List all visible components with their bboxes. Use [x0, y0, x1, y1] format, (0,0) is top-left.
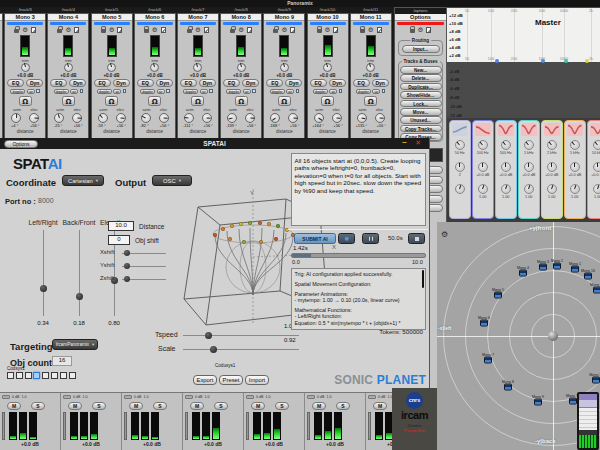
air-checkbox[interactable]: [209, 89, 213, 93]
mini-control[interactable]: [185, 395, 193, 400]
codsys-square[interactable]: [25, 372, 32, 379]
tracks-buses-button[interactable]: Unused...: [400, 116, 442, 124]
gear-icon[interactable]: ⚙: [368, 26, 374, 34]
elev-knob[interactable]: [245, 113, 255, 123]
eq-button[interactable]: EQ: [7, 79, 24, 87]
mini-control[interactable]: [246, 395, 254, 400]
object-dot[interactable]: [267, 222, 271, 226]
tracks-buses-button[interactable]: Show/Hide...: [400, 91, 442, 99]
azim-knob[interactable]: [141, 113, 151, 123]
fader-track[interactable]: [307, 412, 310, 440]
eq-button[interactable]: EQ: [50, 79, 67, 87]
filter-curve-icon[interactable]: [498, 123, 514, 136]
fader-track[interactable]: [246, 412, 249, 440]
distance-field[interactable]: 10.0: [108, 221, 134, 231]
q-knob[interactable]: [478, 184, 488, 194]
source-speaker[interactable]: Mono 7: [484, 357, 492, 364]
gear-icon[interactable]: ⚙: [65, 26, 71, 34]
source-speaker[interactable]: Mono 2: [553, 263, 561, 270]
gear-icon[interactable]: ⚙: [238, 26, 244, 34]
elev-knob[interactable]: [159, 113, 169, 123]
gain-knob[interactable]: [547, 162, 557, 172]
doppler-button[interactable]: doppler: [140, 89, 155, 94]
source-speaker[interactable]: Mono 1: [571, 266, 579, 273]
filter-curve-icon[interactable]: [475, 123, 491, 136]
preset-button[interactable]: Preset: [219, 375, 243, 385]
mini-control[interactable]: [2, 395, 10, 400]
time-progress-bar[interactable]: [291, 253, 426, 258]
tspeed-knob[interactable]: [205, 332, 212, 339]
lock-icon[interactable]: [57, 29, 62, 33]
doppler-button[interactable]: doppler: [226, 89, 241, 94]
object-dot[interactable]: [248, 221, 252, 225]
source-speaker[interactable]: Mono 8: [504, 384, 512, 391]
elev-knob[interactable]: [116, 113, 126, 123]
object-dot[interactable]: [242, 240, 246, 244]
object-dot[interactable]: [276, 224, 280, 228]
object-dot[interactable]: [221, 227, 225, 231]
mute-button[interactable]: M: [68, 402, 82, 410]
monitor-headphones-button[interactable]: Ω: [62, 96, 75, 106]
tracks-buses-button[interactable]: Move...: [400, 108, 442, 116]
dyn-button[interactable]: Dyn: [329, 79, 346, 87]
freq-knob[interactable]: [501, 140, 511, 150]
azim-knob[interactable]: [357, 113, 367, 123]
mute-button[interactable]: M: [251, 402, 265, 410]
dyn-button[interactable]: Dyn: [69, 79, 86, 87]
scrollbar[interactable]: [422, 270, 424, 288]
edit-icon[interactable]: [31, 27, 36, 33]
export-button[interactable]: Export: [193, 375, 217, 385]
air-button[interactable]: air: [113, 89, 121, 94]
mini-control[interactable]: [63, 395, 71, 400]
air-button[interactable]: air: [329, 89, 337, 94]
stop-button[interactable]: [408, 233, 425, 244]
import-button[interactable]: Import: [245, 375, 269, 385]
eq-button[interactable]: EQ: [180, 79, 197, 87]
object-dot[interactable]: [228, 237, 232, 241]
dyn-button[interactable]: Dyn: [26, 79, 43, 87]
eq-button[interactable]: EQ: [310, 79, 327, 87]
edit-icon[interactable]: [333, 27, 338, 33]
ai-prompt-input[interactable]: All 16 objects start at (0,0,0.5). Creat…: [291, 153, 426, 226]
close-icon[interactable]: ✕: [415, 138, 421, 148]
trim-knob[interactable]: [280, 63, 289, 72]
gain-knob[interactable]: [501, 162, 511, 172]
air-checkbox[interactable]: [36, 89, 40, 93]
monitor-headphones-button[interactable]: Ω: [235, 96, 248, 106]
gear-icon[interactable]: ⚙: [325, 26, 331, 34]
monitor-headphones-button[interactable]: Ω: [19, 96, 32, 106]
elev-knob[interactable]: [375, 113, 385, 123]
lock-icon[interactable]: [230, 29, 235, 33]
lock-icon[interactable]: [410, 29, 415, 33]
mini-control[interactable]: [307, 395, 315, 400]
source-speaker[interactable]: Mono 11: [592, 377, 600, 384]
dyn-button[interactable]: Dyn: [285, 79, 302, 87]
output-dropdown[interactable]: OSC▾: [152, 175, 192, 186]
trim-knob[interactable]: [366, 63, 375, 72]
scale-knob[interactable]: [210, 346, 217, 353]
q-knob[interactable]: [570, 184, 580, 194]
eq-button[interactable]: EQ: [94, 79, 111, 87]
mini-control[interactable]: [124, 395, 132, 400]
filter-curve-icon[interactable]: [452, 123, 468, 136]
tracks-buses-button[interactable]: Delete...: [400, 74, 442, 82]
filter-curve-icon[interactable]: [521, 123, 537, 136]
gain-knob[interactable]: [478, 162, 488, 172]
master-eq-positive-area[interactable]: 5010020050010002k 5010020050010002k +12 …: [447, 8, 600, 62]
dyn-button[interactable]: Dyn: [372, 79, 389, 87]
source-speaker[interactable]: Mono 16: [584, 273, 592, 280]
eq-button[interactable]: EQ: [137, 79, 154, 87]
air-button[interactable]: air: [243, 89, 251, 94]
source-speaker[interactable]: Mono 15: [593, 287, 600, 294]
gain-knob[interactable]: [524, 162, 534, 172]
source-speaker[interactable]: Mono 5: [494, 292, 502, 299]
air-checkbox[interactable]: [80, 89, 84, 93]
q-knob[interactable]: [547, 184, 557, 194]
axis-slider-track[interactable]: [79, 230, 80, 316]
solo-button[interactable]: S: [153, 402, 167, 410]
tracks-buses-button[interactable]: Lock...: [400, 100, 442, 108]
source-speaker[interactable]: Mono 10: [569, 398, 577, 405]
freq-knob[interactable]: [593, 140, 600, 150]
trim-knob[interactable]: [193, 63, 202, 72]
lock-icon[interactable]: [144, 29, 149, 33]
